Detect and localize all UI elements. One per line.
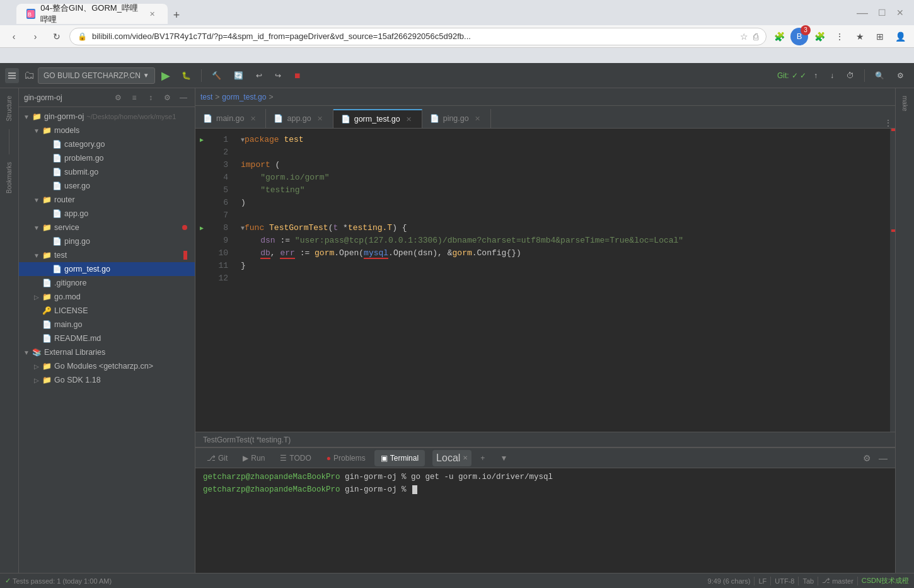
code-editor[interactable]: ▶ ▶ 1 2 3 4 — [195, 129, 895, 432]
tree-item-license[interactable]: ▷ 🔑 LICENSE — [19, 304, 195, 318]
code-line-9: dsn := "user:pass@tcp(127.0.0.1:3306)/db… — [241, 234, 885, 247]
terminal-local-close[interactable]: ✕ — [463, 454, 468, 461]
tab-close-gormtest[interactable]: ✕ — [404, 114, 414, 124]
gutter-run-8[interactable]: ▶ — [195, 222, 208, 234]
tree-item-maingo[interactable]: ▷ 📄 main.go — [19, 318, 195, 331]
tab-close-button[interactable]: ✕ — [148, 8, 158, 20]
tree-item-pinggo[interactable]: ▷ 📄 ping.go — [19, 234, 195, 248]
window-minimize-button[interactable]: — — [853, 6, 872, 20]
vcs-push-button[interactable]: ↓ — [825, 67, 839, 84]
breadcrumb-root[interactable]: test — [200, 93, 212, 101]
tree-item-gosdk[interactable]: ▷ 📁 Go SDK 1.18 — [19, 373, 195, 387]
tree-item-router[interactable]: ▼ 📁 router — [19, 193, 195, 207]
tab-close-pinggo[interactable]: ✕ — [473, 113, 483, 124]
tree-item-problem[interactable]: ▷ 📄 problem.go — [19, 151, 195, 165]
project-tree-icon[interactable]: 🗂 — [24, 69, 35, 82]
terminal-settings-button[interactable]: ⚙ — [860, 451, 874, 465]
bottom-tab-git[interactable]: ⎇ Git — [200, 450, 234, 466]
run-button[interactable]: ▶ — [158, 67, 174, 84]
forward-button[interactable]: › — [26, 28, 44, 45]
tree-item-gomodules[interactable]: ▷ 📁 Go Modules <getcharzp.cn> — [19, 359, 195, 373]
browser-tab-active[interactable]: B 04-整合GIN、GORM_哔哩哔哩 ✕ — [16, 4, 168, 24]
build-selector[interactable]: GO BUILD GETCHARZP.CN ▼ — [38, 67, 155, 84]
debug-button[interactable]: 🐛 — [176, 67, 196, 84]
tree-item-service[interactable]: ▼ 📁 service — [19, 221, 195, 234]
editor-tab-maingo[interactable]: 📄 main.go ✕ — [195, 109, 266, 128]
new-tab-button[interactable]: + — [168, 6, 185, 24]
file-tree-collapse-button[interactable]: ≡ — [128, 91, 141, 104]
settings-button[interactable]: ⚙ — [892, 67, 909, 84]
status-lf[interactable]: LF — [758, 577, 766, 585]
tree-item-test[interactable]: ▼ 📁 test — [19, 248, 195, 262]
account-button[interactable]: 👤 — [891, 28, 909, 45]
status-encoding[interactable]: UTF-8 — [775, 577, 794, 585]
terminal-content[interactable]: getcharzp@zhaopandeMacBookPro gin-gorm-o… — [195, 468, 895, 573]
bookmarks-panel-label[interactable]: Bookmarks — [6, 159, 13, 196]
status-time[interactable]: 9:49 (6 chars) — [708, 577, 751, 585]
tab-label-gormtest: gorm_test.go — [354, 115, 400, 124]
file-tree-settings-button[interactable]: ⚙ — [112, 91, 124, 104]
extensions-puzzle-button[interactable]: 🧩 — [811, 28, 828, 45]
stop-button[interactable]: ⏹ — [289, 67, 306, 84]
tree-item-readme[interactable]: ▷ 📄 README.md — [19, 331, 195, 345]
gutter-empty-9 — [195, 234, 208, 247]
bottom-tab-terminal[interactable]: ▣ Terminal — [374, 450, 425, 466]
editor-tab-gormtest[interactable]: 📄 gorm_test.go ✕ — [333, 109, 422, 128]
terminal-local-tab[interactable]: Local ✕ — [432, 450, 471, 466]
terminal-add-button[interactable]: + — [474, 450, 491, 466]
editor-tab-appgo[interactable]: 📄 app.go ✕ — [266, 109, 333, 128]
status-branch[interactable]: ⎇ master — [822, 577, 853, 585]
tree-item-submit[interactable]: ▷ 📄 submit.go — [19, 165, 195, 179]
extensions-button[interactable]: 🧩 — [770, 28, 788, 45]
bookmark-button[interactable]: ★ — [851, 28, 869, 45]
gutter-run-1[interactable]: ▶ — [195, 134, 208, 146]
terminal-close-button[interactable]: — — [876, 451, 890, 465]
tree-item-external-libs[interactable]: ▼ 📚 External Libraries — [19, 345, 195, 359]
tree-item-user[interactable]: ▷ 📄 user.go — [19, 179, 195, 193]
search-everywhere-button[interactable]: 🔍 — [870, 67, 889, 84]
sidebar-toggle-button[interactable] — [5, 68, 19, 83]
code-line-10: db, err := gorm.Open(mysql.Open(dsn), &g… — [241, 247, 885, 260]
undo-button[interactable]: ↩ — [251, 67, 267, 84]
editor-tab-pinggo[interactable]: 📄 ping.go ✕ — [422, 109, 491, 128]
file-tree-sort-button[interactable]: ↕ — [144, 91, 157, 104]
window-restore-button[interactable]: ☐ — [874, 8, 890, 18]
redo-button[interactable]: ↪ — [270, 67, 286, 84]
status-tab[interactable]: Tab — [802, 577, 814, 585]
tree-item-models[interactable]: ▼ 📁 models — [19, 124, 195, 137]
refresh-button[interactable]: ↻ — [48, 28, 66, 45]
git-history-button[interactable]: ⏱ — [842, 67, 859, 84]
tree-item-appgo[interactable]: ▷ 📄 app.go — [19, 207, 195, 221]
tab-list-button[interactable]: ⋮ — [884, 118, 893, 128]
tab-close-maingo[interactable]: ✕ — [248, 113, 258, 124]
code-content[interactable]: ▼package test import ( "gorm.io/gorm" "t… — [233, 129, 890, 432]
vcs-update-button[interactable]: ↑ — [809, 67, 823, 84]
terminal-dropdown-button[interactable]: ▼ — [494, 450, 514, 466]
tree-label-problem: problem.go — [64, 154, 104, 163]
sync-button[interactable]: 🔄 — [229, 67, 248, 84]
file-tree-gear-button[interactable]: ⚙ — [161, 91, 173, 104]
sidebar-button[interactable]: ⊞ — [871, 28, 889, 45]
tree-item-gormtest[interactable]: ▷ 📄 gorm_test.go — [19, 262, 195, 276]
bottom-tab-run[interactable]: ▶ Run — [236, 450, 271, 466]
bottom-tab-problems[interactable]: ● Problems — [320, 450, 372, 466]
file-tree-close-button[interactable]: — — [177, 91, 190, 104]
right-panel-make-label[interactable]: make — [901, 93, 908, 113]
tree-label-root: gin-gorm-oj — [44, 112, 84, 121]
browser-menu-button[interactable]: ⋮ — [831, 28, 848, 45]
tree-item-root[interactable]: ▼ 📁 gin-gorm-oj ~/Desktop/home/work/myse… — [19, 110, 195, 124]
structure-panel-label[interactable]: Structure — [6, 93, 13, 124]
tree-item-gitignore[interactable]: ▷ 📄 .gitignore — [19, 276, 195, 290]
tree-item-gomod[interactable]: ▷ 📁 go.mod — [19, 290, 195, 304]
bottom-tab-todo[interactable]: ☰ TODO — [274, 450, 317, 466]
window-close-button[interactable]: ✕ — [893, 8, 908, 18]
breadcrumb-file[interactable]: gorm_test.go — [222, 93, 266, 101]
file-icon-problem: 📄 — [52, 154, 62, 163]
problems-tab-icon: ● — [327, 454, 331, 463]
back-button[interactable]: ‹ — [5, 28, 23, 45]
build-button[interactable]: 🔨 — [207, 67, 226, 84]
tab-close-appgo[interactable]: ✕ — [315, 113, 325, 124]
status-tests[interactable]: ✓ Tests passed: 1 (today 1:00 AM) — [5, 577, 112, 585]
address-bar[interactable]: 🔒 bilibili.com/video/BV17R4y1c7Td/?p=4&s… — [69, 28, 766, 45]
tree-item-category[interactable]: ▷ 📄 category.go — [19, 137, 195, 151]
